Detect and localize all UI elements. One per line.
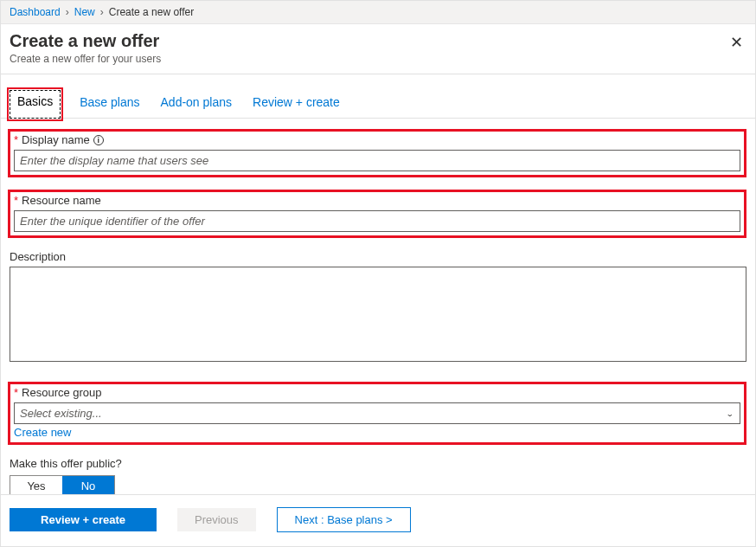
make-public-field-group: Make this offer public? Yes No <box>10 457 746 494</box>
resource-name-label: * Resource name <box>14 194 740 207</box>
review-create-button[interactable]: Review + create <box>10 508 157 531</box>
label-text: Description <box>10 250 66 263</box>
tab-basics[interactable]: Basics <box>10 90 61 119</box>
previous-button: Previous <box>177 508 256 531</box>
resource-group-select[interactable]: Select existing... ⌄ <box>14 402 740 424</box>
make-public-label: Make this offer public? <box>10 457 746 470</box>
required-asterisk: * <box>14 386 18 399</box>
description-label: Description <box>10 250 746 263</box>
info-icon[interactable]: i <box>93 135 104 145</box>
label-text: Display name <box>22 133 90 146</box>
required-asterisk: * <box>14 133 18 146</box>
select-placeholder: Select existing... <box>20 407 102 420</box>
label-text: Resource name <box>22 194 101 207</box>
description-textarea[interactable] <box>10 267 746 362</box>
tab-review-create[interactable]: Review + create <box>251 90 342 118</box>
toggle-yes[interactable]: Yes <box>10 476 62 494</box>
chevron-right-icon: › <box>66 6 69 18</box>
chevron-right-icon: › <box>100 6 104 18</box>
resource-name-field-group: * Resource name <box>8 190 746 238</box>
create-new-link[interactable]: Create new <box>14 426 71 439</box>
close-icon[interactable]: ✕ <box>727 31 746 54</box>
breadcrumb: Dashboard › New › Create a new offer <box>1 1 755 24</box>
label-text: Make this offer public? <box>10 457 122 470</box>
breadcrumb-current: Create a new offer <box>109 6 195 18</box>
breadcrumb-dashboard[interactable]: Dashboard <box>10 6 61 18</box>
footer-actions: Review + create Previous Next : Base pla… <box>1 494 755 546</box>
display-name-input[interactable] <box>14 150 740 171</box>
breadcrumb-new[interactable]: New <box>74 6 95 18</box>
yes-no-toggle: Yes No <box>10 475 115 494</box>
form-body: * Display name i * Resource name Descrip… <box>1 119 755 494</box>
resource-group-label: * Resource group <box>14 386 740 399</box>
description-field-group: Description <box>10 250 746 364</box>
required-asterisk: * <box>14 194 18 207</box>
toggle-no[interactable]: No <box>62 476 114 494</box>
resource-name-input[interactable] <box>14 210 740 232</box>
page-title: Create a new offer <box>10 31 161 51</box>
display-name-field-group: * Display name i <box>8 129 746 177</box>
next-button[interactable]: Next : Base plans > <box>277 507 411 532</box>
page-subtitle: Create a new offer for your users <box>10 53 161 65</box>
chevron-down-icon: ⌄ <box>726 409 734 418</box>
tab-addon-plans[interactable]: Add-on plans <box>159 90 234 118</box>
tab-bar: Basics Base plans Add-on plans Review + … <box>1 90 755 119</box>
page-header: Create a new offer Create a new offer fo… <box>1 24 755 74</box>
tab-base-plans[interactable]: Base plans <box>78 90 141 118</box>
display-name-label: * Display name i <box>14 133 740 146</box>
resource-group-field-group: * Resource group Select existing... ⌄ Cr… <box>8 382 746 445</box>
label-text: Resource group <box>22 386 102 399</box>
